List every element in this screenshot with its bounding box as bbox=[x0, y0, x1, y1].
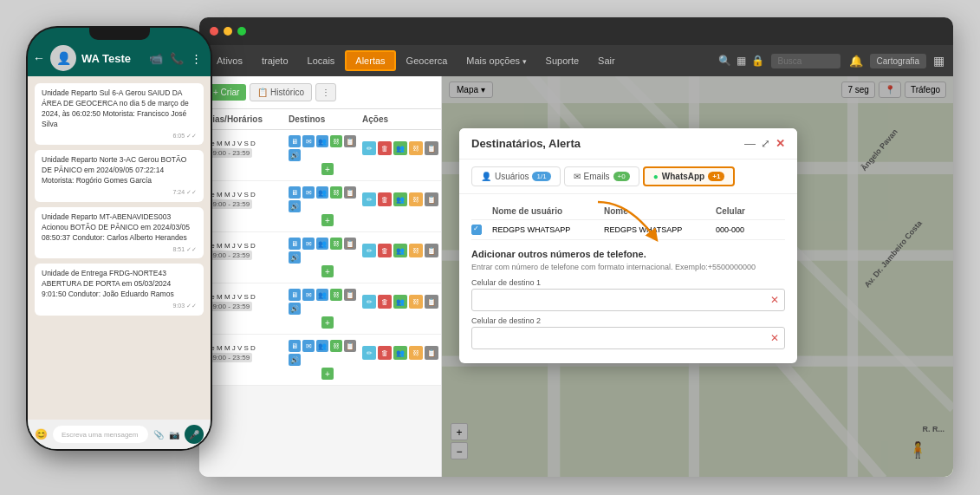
chain-button[interactable]: ⛓ bbox=[409, 141, 423, 155]
add-phone-hint: Entrar com número de telefone com format… bbox=[471, 263, 785, 271]
nav-locais[interactable]: Locais bbox=[299, 52, 344, 69]
historico-button[interactable]: 📋 Histórico bbox=[250, 83, 312, 101]
edit-button[interactable]: ✏ bbox=[362, 346, 376, 360]
copy-button[interactable]: 📋 bbox=[425, 192, 438, 206]
camera-icon[interactable]: 📷 bbox=[169, 430, 179, 440]
tab-usuarios-badge: 1/1 bbox=[532, 172, 550, 181]
delete-button[interactable]: 🗑 bbox=[378, 295, 392, 309]
search-icon: 🔍 bbox=[718, 55, 731, 67]
nav-ativos[interactable]: Ativos bbox=[208, 52, 251, 69]
dest-icon-monitor: 🖥 bbox=[289, 289, 301, 301]
edit-button[interactable]: ✏ bbox=[362, 192, 376, 206]
modal-table-row: REDGPS WHATSAPP REDGPS WHATSAPP 000-000 bbox=[471, 220, 785, 240]
schedule-cell: Se M M J V S D 09:00 - 23:59 bbox=[206, 140, 289, 158]
more-options-button[interactable]: ⋮ bbox=[315, 83, 336, 101]
phone-message: Unidade Reparto MT-ABENAVIDES003 Acionou… bbox=[35, 207, 204, 258]
row-username: REDGPS WHATSAPP bbox=[492, 225, 604, 234]
menu-icon[interactable]: ⋮ bbox=[191, 52, 202, 65]
chain-button[interactable]: ⛓ bbox=[409, 346, 423, 360]
expand-dot[interactable] bbox=[237, 27, 246, 36]
video-icon[interactable]: 📹 bbox=[149, 52, 163, 65]
nav-mais-opcoes[interactable]: Mais opções bbox=[458, 52, 535, 69]
actions-cell: ✏ 🗑 👥 ⛓ 📋 bbox=[362, 244, 441, 257]
copy-button[interactable]: 📋 bbox=[425, 244, 438, 257]
modal-body: Nome de usuário Nome Celular REDGPS WHAT… bbox=[459, 194, 797, 363]
cartografia-button[interactable]: Cartografia bbox=[870, 54, 926, 68]
delete-button[interactable]: 🗑 bbox=[378, 141, 392, 155]
phone-message: Unidade Reparto Norte 3-AC Gerou BOTÃO D… bbox=[35, 150, 204, 201]
emoji-icon[interactable]: 😊 bbox=[35, 428, 48, 440]
dest-icon-copy: 📋 bbox=[344, 186, 356, 199]
group-button[interactable]: 👥 bbox=[393, 346, 407, 360]
table-row: Se M M J V S D 09:00 - 23:59 🖥 ✉ 👥 ⛓ 📋 🔊… bbox=[199, 181, 441, 232]
modal-minimize-button[interactable]: — bbox=[744, 137, 756, 150]
add-button[interactable]: + bbox=[321, 368, 334, 380]
bell-icon[interactable]: 🔔 bbox=[849, 55, 863, 68]
edit-button[interactable]: ✏ bbox=[362, 295, 376, 309]
delete-button[interactable]: 🗑 bbox=[378, 244, 392, 257]
edit-button[interactable]: ✏ bbox=[362, 141, 376, 155]
destino1-field[interactable]: ✕ bbox=[471, 289, 785, 311]
lock-icon: 🔒 bbox=[751, 55, 764, 67]
delete-button[interactable]: 🗑 bbox=[378, 346, 392, 360]
nav-geocerca[interactable]: Geocerca bbox=[398, 52, 457, 69]
nav-suporte[interactable]: Suporte bbox=[537, 52, 588, 69]
destino1-del-icon[interactable]: ✕ bbox=[770, 294, 779, 306]
modal-expand-button[interactable]: ⤢ bbox=[761, 137, 770, 150]
copy-button[interactable]: 📋 bbox=[425, 295, 438, 309]
nav-alertas[interactable]: Alertas bbox=[345, 50, 395, 71]
modal-close-button[interactable]: ✕ bbox=[776, 137, 785, 150]
close-dot[interactable] bbox=[210, 27, 218, 36]
phone-header: ← 👤 WA Teste 📹 📞 ⋮ bbox=[28, 40, 211, 76]
dest-icons: 🖥 ✉ 👥 ⛓ 📋 🔊 bbox=[289, 135, 362, 161]
nav-sair[interactable]: Sair bbox=[589, 52, 624, 69]
destino2-field[interactable]: ✕ bbox=[471, 327, 785, 349]
modal-tabs: 👤 Usuários 1/1 ✉ Emails +0 ● bbox=[459, 160, 797, 194]
dest-icon-speaker: 🔊 bbox=[289, 149, 301, 161]
delete-button[interactable]: 🗑 bbox=[378, 192, 392, 206]
desktop-app: Ativos trajeto Locais Alertas Geocerca M… bbox=[199, 17, 953, 477]
dest-icon-users: 👥 bbox=[316, 340, 328, 352]
mic-icon[interactable]: 🎤 bbox=[185, 425, 204, 444]
back-icon[interactable]: ← bbox=[33, 51, 45, 65]
phone-input-bar: 😊 Escreva uma mensagem 📎 📷 🎤 bbox=[28, 420, 211, 449]
dest-icon-copy: 📋 bbox=[344, 340, 356, 352]
nav-trajeto[interactable]: trajeto bbox=[253, 52, 297, 69]
destino1-label: Celular de destino 1 bbox=[471, 278, 785, 287]
actions-cell: ✏ 🗑 👥 ⛓ 📋 bbox=[362, 141, 441, 155]
dest-icon-speaker: 🔊 bbox=[289, 200, 301, 212]
search-input[interactable] bbox=[771, 54, 840, 68]
minimize-dot[interactable] bbox=[224, 27, 232, 36]
group-button[interactable]: 👥 bbox=[393, 244, 407, 257]
edit-button[interactable]: ✏ bbox=[362, 244, 376, 257]
message-input[interactable]: Escreva uma mensagem bbox=[53, 426, 148, 443]
dest-icon-copy: 📋 bbox=[344, 135, 356, 147]
tab-whatsapp[interactable]: ● WhatsApp +1 bbox=[643, 166, 736, 186]
dest-icon-monitor: 🖥 bbox=[289, 340, 301, 352]
add-button[interactable]: + bbox=[321, 316, 334, 329]
destino2-del-icon[interactable]: ✕ bbox=[770, 332, 779, 344]
tab-usuarios[interactable]: 👤 Usuários 1/1 bbox=[471, 166, 561, 186]
attach-icon[interactable]: 📎 bbox=[153, 430, 164, 440]
add-button[interactable]: + bbox=[321, 214, 334, 226]
chain-button[interactable]: ⛓ bbox=[409, 295, 423, 309]
copy-button[interactable]: 📋 bbox=[425, 141, 438, 155]
add-button[interactable]: + bbox=[321, 265, 334, 277]
tab-usuarios-label: Usuários bbox=[495, 172, 529, 181]
copy-button[interactable]: 📋 bbox=[425, 346, 438, 360]
dest-icon-chain: ⛓ bbox=[330, 238, 342, 250]
add-button[interactable]: + bbox=[321, 163, 334, 175]
chain-button[interactable]: ⛓ bbox=[409, 192, 423, 206]
row-checkbox[interactable] bbox=[471, 225, 482, 235]
grid-view-icon[interactable]: ▦ bbox=[933, 54, 944, 68]
chain-button[interactable]: ⛓ bbox=[409, 244, 423, 257]
call-icon[interactable]: 📞 bbox=[170, 52, 184, 65]
table-row: Se M M J V S D 09:00 - 23:59 🖥 ✉ 👥 ⛓ 📋 🔊… bbox=[199, 283, 441, 335]
app-navbar: Ativos trajeto Locais Alertas Geocerca M… bbox=[199, 45, 953, 76]
group-button[interactable]: 👥 bbox=[393, 295, 407, 309]
group-button[interactable]: 👥 bbox=[393, 141, 407, 155]
dest-icons: 🖥 ✉ 👥 ⛓ 📋 🔊 bbox=[289, 238, 362, 264]
tab-emails[interactable]: ✉ Emails +0 bbox=[564, 166, 639, 186]
phone-device: ← 👤 WA Teste 📹 📞 ⋮ Unidade Reparto Sul 6… bbox=[26, 26, 212, 451]
group-button[interactable]: 👥 bbox=[393, 192, 407, 206]
